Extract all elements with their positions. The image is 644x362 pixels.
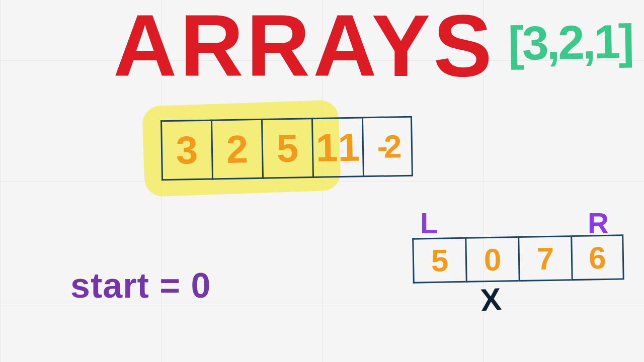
page-title: ARRAYS <box>113 0 495 96</box>
array-1-cell: 3 <box>160 120 212 181</box>
whiteboard-canvas: ARRAYS [3,2,1] 3 2 5 11 -2 L R 5 0 7 6 X… <box>0 0 644 362</box>
array-2-cell: 7 <box>518 235 572 282</box>
array-1-cell: 5 <box>261 118 312 179</box>
pointer-left: L <box>420 206 438 240</box>
array-literal: [3,2,1] <box>508 14 632 71</box>
pointer-x: X <box>479 281 503 318</box>
array-2-cell: 5 <box>412 237 466 284</box>
start-variable: start = 0 <box>70 265 211 306</box>
array-2-cell: 0 <box>465 236 519 283</box>
array-1-cell: -2 <box>362 116 413 177</box>
array-2: 5 0 7 6 <box>412 234 624 283</box>
array-1-cell: 2 <box>211 119 262 180</box>
array-1: 3 2 5 11 -2 <box>160 116 413 181</box>
array-2-cell: 6 <box>571 234 624 281</box>
array-1-cell: 11 <box>311 117 363 178</box>
